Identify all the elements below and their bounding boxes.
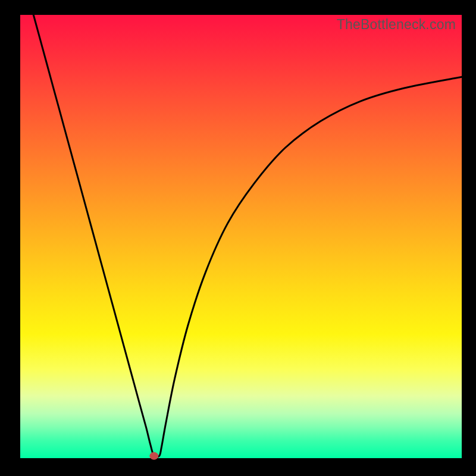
bottleneck-curve bbox=[33, 15, 462, 457]
plot-area: TheBottleneck.com bbox=[20, 15, 462, 458]
chart-frame: TheBottleneck.com bbox=[0, 0, 476, 476]
minimum-marker bbox=[150, 452, 158, 459]
chart-svg bbox=[20, 15, 462, 458]
